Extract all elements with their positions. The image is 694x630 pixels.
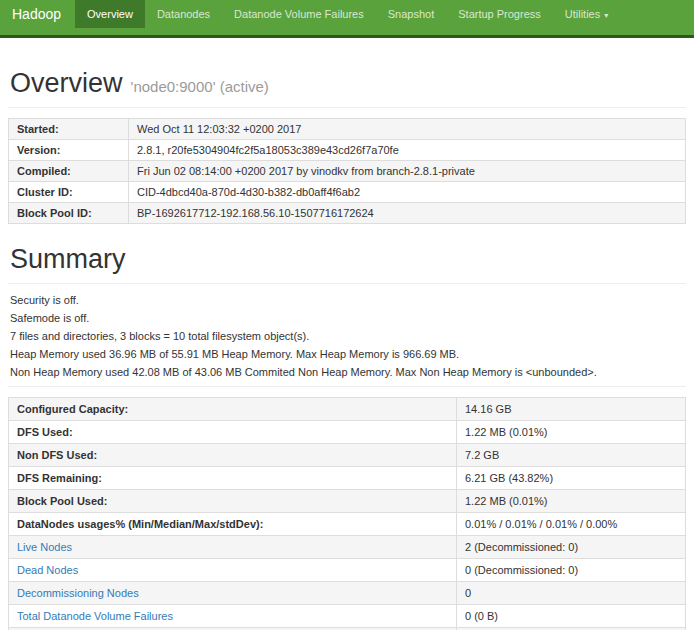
table-row: Non DFS Used: 7.2 GB [9,444,686,467]
nav-item-overview[interactable]: Overview [75,0,145,28]
row-value: BP-1692617712-192.168.56.10-150771617262… [129,203,686,224]
namenode-address-status: 'node0:9000' (active) [131,78,269,95]
row-value: 0 (0 B) [457,605,686,628]
nav-item-datanode-volume-failures[interactable]: Datanode Volume Failures [222,0,376,28]
row-label: Total Datanode Volume Failures [9,605,457,628]
live-nodes-link[interactable]: Live Nodes [17,541,72,553]
total-datanode-volume-failures-link[interactable]: Total Datanode Volume Failures [17,610,173,622]
table-row: Block Pool ID: BP-1692617712-192.168.56.… [9,203,686,224]
row-label: Block Pool Used: [9,490,457,513]
summary-heading: Summary [8,244,686,275]
top-navbar: Hadoop Overview Datanodes Datanode Volum… [0,0,694,38]
row-value: 1.22 MB (0.01%) [457,421,686,444]
row-value: 14.16 GB [457,398,686,421]
row-label: Cluster ID: [9,182,129,203]
table-row: DFS Remaining: 6.21 GB (43.82%) [9,467,686,490]
hadoop-brand[interactable]: Hadoop [0,0,75,28]
security-status-text: Security is off. [8,294,686,306]
row-label: DataNodes usages% (Min/Median/Max/stdDev… [9,513,457,536]
row-label: Block Pool ID: [9,203,129,224]
filesystem-objects-text: 7 files and directories, 3 blocks = 10 t… [8,330,686,342]
nav-item-utilities[interactable]: Utilities▾ [553,0,620,28]
summary-stats-table: Configured Capacity: 14.16 GB DFS Used: … [8,397,686,630]
row-value: 1.22 MB (0.01%) [457,490,686,513]
row-label: Non DFS Used: [9,444,457,467]
dead-nodes-link[interactable]: Dead Nodes [17,564,78,576]
nav-item-snapshot[interactable]: Snapshot [376,0,446,28]
table-row: DataNodes usages% (Min/Median/Max/stdDev… [9,513,686,536]
row-label: DFS Remaining: [9,467,457,490]
non-heap-memory-text: Non Heap Memory used 42.08 MB of 43.06 M… [8,366,686,378]
row-label: Configured Capacity: [9,398,457,421]
table-row: Live Nodes 2 (Decommissioned: 0) [9,536,686,559]
table-row: Configured Capacity: 14.16 GB [9,398,686,421]
row-value: 7.2 GB [457,444,686,467]
table-row: Dead Nodes 0 (Decommissioned: 0) [9,559,686,582]
row-label: Compiled: [9,161,129,182]
page-title: Overview [10,68,123,98]
row-value: Wed Oct 11 12:03:32 +0200 2017 [129,119,686,140]
heap-memory-text: Heap Memory used 36.96 MB of 55.91 MB He… [8,348,686,360]
divider [8,107,686,108]
row-label: Decommissioning Nodes [9,582,457,605]
overview-info-table: Started: Wed Oct 11 12:03:32 +0200 2017 … [8,118,686,224]
row-value: 6.21 GB (43.82%) [457,467,686,490]
table-row: Decommissioning Nodes 0 [9,582,686,605]
table-row: Total Datanode Volume Failures 0 (0 B) [9,605,686,628]
row-label: DFS Used: [9,421,457,444]
navbar-links: Hadoop Overview Datanodes Datanode Volum… [0,0,694,28]
row-value: CID-4dbcd40a-870d-4d30-b382-db0aff4f6ab2 [129,182,686,203]
row-value: 2 (Decommissioned: 0) [457,536,686,559]
row-label: Live Nodes [9,536,457,559]
safemode-status-text: Safemode is off. [8,312,686,324]
table-row: Cluster ID: CID-4dbcd40a-870d-4d30-b382-… [9,182,686,203]
table-row: Block Pool Used: 1.22 MB (0.01%) [9,490,686,513]
nav-item-datanodes[interactable]: Datanodes [145,0,222,28]
row-label: Dead Nodes [9,559,457,582]
table-row: Version: 2.8.1, r20fe5304904fc2f5a18053c… [9,140,686,161]
row-value: 0 [457,582,686,605]
table-row: DFS Used: 1.22 MB (0.01%) [9,421,686,444]
row-value: Fri Jun 02 08:14:00 +0200 2017 by vinodk… [129,161,686,182]
row-value: 0.01% / 0.01% / 0.01% / 0.00% [457,513,686,536]
row-label: Started: [9,119,129,140]
page-content: Overview'node0:9000' (active) Started: W… [0,68,694,630]
row-value: 2.8.1, r20fe5304904fc2f5a18053c389e43cd2… [129,140,686,161]
row-label: Version: [9,140,129,161]
divider [8,386,686,387]
row-value: 0 (Decommissioned: 0) [457,559,686,582]
divider [8,283,686,284]
table-row: Started: Wed Oct 11 12:03:32 +0200 2017 [9,119,686,140]
chevron-down-icon: ▾ [604,11,608,20]
table-row: Compiled: Fri Jun 02 08:14:00 +0200 2017… [9,161,686,182]
overview-heading: Overview'node0:9000' (active) [8,68,686,99]
nav-item-startup-progress[interactable]: Startup Progress [446,0,553,28]
nav-item-utilities-label: Utilities [565,8,600,20]
decommissioning-nodes-link[interactable]: Decommissioning Nodes [17,587,139,599]
